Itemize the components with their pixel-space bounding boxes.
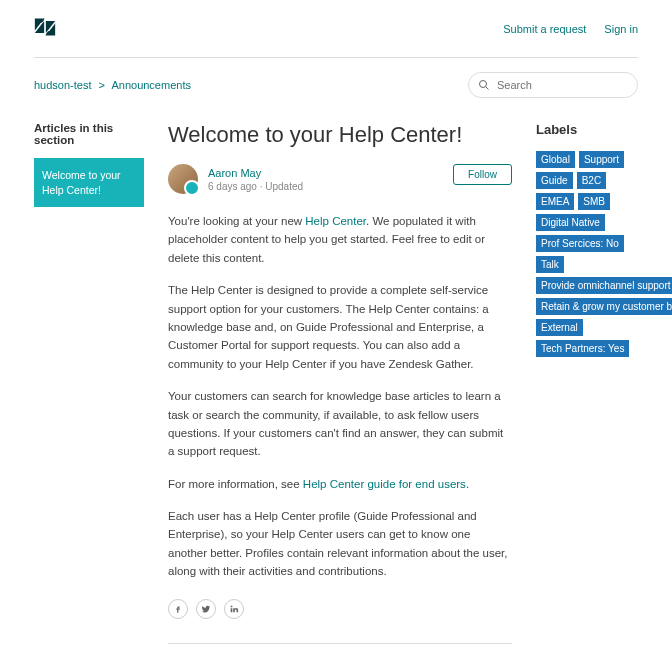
section-heading: Articles in this section (34, 122, 144, 146)
article-body: You're looking at your new Help Center. … (168, 212, 512, 581)
follow-button[interactable]: Follow (453, 164, 512, 185)
label-tag[interactable]: Retain & grow my customer base (536, 298, 672, 315)
breadcrumb: hudson-test > Announcements (34, 79, 191, 91)
zendesk-logo[interactable] (34, 16, 56, 41)
label-tag[interactable]: Guide (536, 172, 573, 189)
facebook-icon[interactable] (168, 599, 188, 619)
submit-request-link[interactable]: Submit a request (503, 23, 586, 35)
label-tag[interactable]: Tech Partners: Yes (536, 340, 629, 357)
label-tag[interactable]: Digital Native (536, 214, 605, 231)
breadcrumb-root[interactable]: hudson-test (34, 79, 91, 91)
label-tag[interactable]: SMB (578, 193, 610, 210)
twitter-icon[interactable] (196, 599, 216, 619)
sign-in-link[interactable]: Sign in (604, 23, 638, 35)
label-tag[interactable]: Talk (536, 256, 564, 273)
search-box (468, 72, 638, 98)
search-icon (478, 79, 490, 91)
svg-line-1 (486, 87, 489, 90)
label-tag[interactable]: Support (579, 151, 624, 168)
help-center-link[interactable]: Help Center (305, 215, 366, 227)
labels-heading: Labels (536, 122, 638, 137)
avatar[interactable] (168, 164, 198, 194)
label-tag[interactable]: Prof Sercices: No (536, 235, 624, 252)
sidebar-article-link[interactable]: Welcome to your Help Center! (34, 158, 144, 207)
guide-link[interactable]: Help Center guide for end users (303, 478, 466, 490)
article-meta: 6 days ago · Updated (208, 181, 303, 192)
author-name[interactable]: Aaron May (208, 167, 303, 179)
breadcrumb-section[interactable]: Announcements (111, 79, 191, 91)
article-title: Welcome to your Help Center! (168, 122, 512, 148)
linkedin-icon[interactable] (224, 599, 244, 619)
label-tag[interactable]: External (536, 319, 583, 336)
label-tag[interactable]: Global (536, 151, 575, 168)
label-tag[interactable]: B2C (577, 172, 606, 189)
label-tag[interactable]: EMEA (536, 193, 574, 210)
svg-point-0 (480, 81, 487, 88)
search-input[interactable] (468, 72, 638, 98)
label-tag[interactable]: Provide omnichannel support (536, 277, 672, 294)
